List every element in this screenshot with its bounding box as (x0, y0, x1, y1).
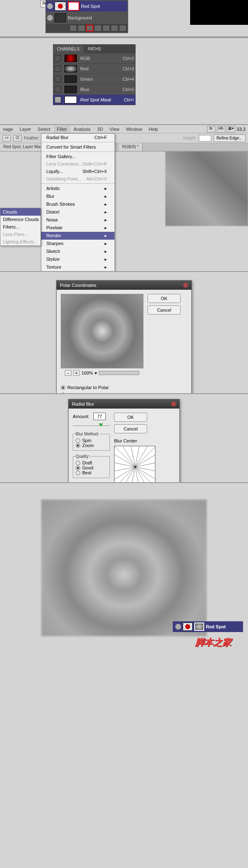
visibility-box[interactable] (55, 86, 61, 93)
dialog-titlebar[interactable]: Polar Coordinates (57, 281, 191, 290)
channel-green[interactable]: Green Ctrl+4 (53, 74, 136, 84)
submenu-item[interactable]: Fibers... (0, 223, 41, 231)
visibility-box[interactable] (55, 96, 61, 103)
radial-blur-section: Radial Blur Amount Blur Method: Spin Zoo… (0, 393, 248, 482)
option-zoom[interactable]: Zoom (76, 443, 107, 448)
menu-item[interactable]: Radial BlurCtrl+F (41, 134, 114, 141)
menu-select[interactable]: Select (35, 125, 53, 133)
radio-icon[interactable] (76, 461, 80, 465)
ok-button[interactable]: OK (114, 413, 147, 422)
menu-item[interactable]: Stylize (41, 255, 114, 263)
close-icon[interactable] (183, 283, 188, 288)
submenu-item[interactable]: Clouds (0, 208, 41, 216)
result-layer-strip[interactable]: Red Spot (173, 621, 243, 632)
refine-edge-button[interactable]: Refine Edge... (214, 135, 246, 142)
layer-thumb[interactable] (55, 13, 66, 22)
cancel-button[interactable]: Cancel (148, 305, 181, 315)
menu-item[interactable]: Render (41, 232, 114, 240)
radio-icon[interactable] (61, 385, 65, 390)
channel-rgb[interactable]: RGB Ctrl+2 (53, 53, 136, 64)
amount-slider[interactable] (73, 423, 110, 428)
menu-item[interactable]: Artistic (41, 185, 114, 192)
visibility-icon[interactable] (175, 624, 181, 630)
menu-item[interactable]: Convert for Smart Filters (41, 143, 114, 151)
menu-help[interactable]: Help (146, 125, 161, 133)
menu-window[interactable]: Window (123, 125, 145, 133)
menu-filter[interactable]: Filter (54, 125, 70, 133)
option-good[interactable]: Good (76, 465, 107, 470)
channel-thumb (64, 65, 77, 72)
visibility-box[interactable] (55, 55, 61, 62)
submenu-item[interactable]: Difference Clouds (0, 216, 41, 223)
adjustment-icon[interactable] (94, 25, 102, 31)
selection-mode-icon[interactable]: ◫ (13, 135, 21, 142)
channel-blue[interactable]: Blue Ctrl+5 (53, 84, 136, 95)
option-draft[interactable]: Draft (76, 460, 107, 465)
radio-icon[interactable] (76, 443, 80, 448)
menu-item[interactable]: Blur (41, 192, 114, 200)
menu-item[interactable]: Texture (41, 263, 114, 271)
menu-analysis[interactable]: Analysis (71, 125, 93, 133)
mask-icon[interactable] (86, 25, 93, 31)
layer-red-spot[interactable]: Red Spot (46, 1, 127, 12)
amount-input[interactable] (93, 413, 106, 420)
new-layer-icon[interactable] (111, 25, 118, 31)
visibility-box[interactable] (55, 76, 61, 82)
channel-mask[interactable]: Red Spot Mask Ctrl+\ (53, 95, 136, 105)
layer-thumb[interactable] (183, 623, 193, 631)
radio-icon[interactable] (76, 466, 80, 470)
dialog-titlebar[interactable]: Radial Blur (69, 399, 179, 409)
menu-item[interactable]: Liquify...Shift+Ctrl+X (41, 168, 114, 175)
svg-line-4 (135, 446, 148, 467)
radio-icon[interactable] (76, 438, 80, 443)
view-extras-icon[interactable]: ▦▾ (227, 126, 235, 132)
menu-item[interactable]: Pixelate (41, 224, 114, 232)
cancel-button[interactable]: Cancel (114, 424, 147, 433)
scrollbar[interactable] (99, 371, 139, 375)
layer-label: Red Spot (81, 4, 100, 9)
channel-red[interactable]: Red Ctrl+3 (53, 64, 136, 74)
option-best[interactable]: Best (76, 470, 107, 475)
group-icon[interactable] (103, 25, 110, 31)
option-rect-to-polar[interactable]: Rectangular to Polar (61, 385, 187, 390)
layer-mask-thumb[interactable] (194, 623, 204, 631)
channel-name: Red (80, 66, 119, 71)
selection-icon[interactable]: ▭ (2, 135, 11, 142)
bridge-icon[interactable]: Br (207, 126, 215, 132)
ok-button[interactable]: OK (148, 294, 181, 303)
tab-channels[interactable]: CHANNELS (53, 45, 83, 53)
menu-item[interactable]: Brush Strokes (41, 200, 114, 208)
menu-item[interactable]: Filter Gallery... (41, 153, 114, 160)
menu-item[interactable]: Noise (41, 216, 114, 224)
option-spin[interactable]: Spin (76, 438, 107, 443)
radio-icon[interactable] (76, 471, 80, 475)
trash-icon[interactable] (119, 25, 126, 31)
menu-item[interactable]: Distort (41, 208, 114, 216)
layer-mask-thumb[interactable] (68, 2, 79, 11)
layer-thumb[interactable] (55, 2, 66, 11)
blur-center-widget[interactable] (114, 446, 155, 487)
menu-item[interactable]: Sharpen (41, 240, 114, 248)
result-canvas (41, 500, 207, 636)
fx-icon[interactable] (78, 25, 85, 31)
visibility-box[interactable] (55, 65, 61, 72)
zoom-in-button[interactable]: + (73, 370, 80, 376)
tab-paths[interactable]: PATHS (83, 45, 105, 53)
visibility-icon[interactable] (47, 3, 53, 9)
black-canvas (190, 0, 248, 25)
menu-view[interactable]: View (107, 125, 122, 133)
channel-name: Red Spot Mask (80, 97, 121, 102)
minibridge-icon[interactable]: Mb (217, 126, 225, 132)
visibility-icon[interactable] (47, 15, 53, 21)
submenu-item: Lens Flare... (0, 231, 41, 238)
height-input[interactable] (199, 135, 211, 142)
menu-3d[interactable]: 3D (94, 125, 106, 133)
menu-image[interactable]: nage (0, 125, 16, 133)
link-icon[interactable] (69, 25, 77, 31)
doc-tab-2[interactable]: RGB/8) * (119, 143, 143, 151)
close-icon[interactable] (171, 402, 176, 406)
menu-layer[interactable]: Layer (17, 125, 34, 133)
layer-background[interactable]: Background (46, 12, 127, 23)
menu-item[interactable]: Sketch (41, 248, 114, 255)
zoom-out-button[interactable]: - (65, 370, 72, 376)
